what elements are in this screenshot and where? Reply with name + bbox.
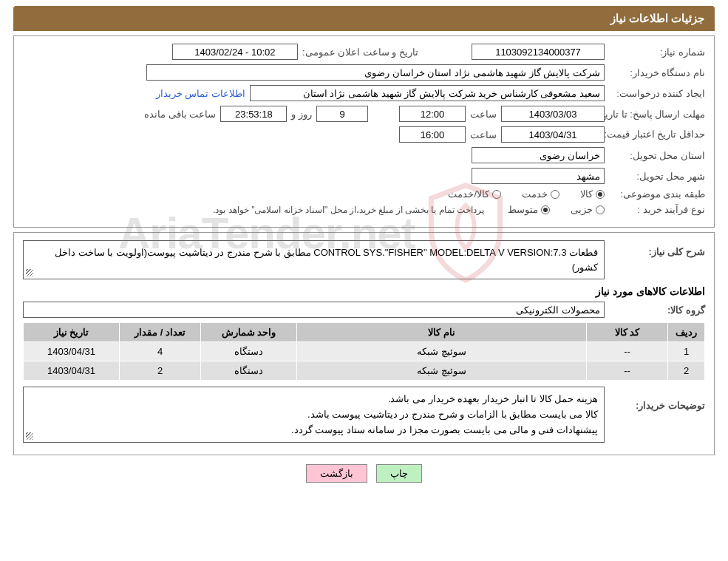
- radio-goods[interactable]: [596, 190, 605, 199]
- field-days-left: 9: [316, 106, 368, 122]
- table-cell: 2: [120, 361, 201, 381]
- table-cell: --: [587, 342, 668, 361]
- table-cell: 1403/04/31: [24, 342, 120, 361]
- table-cell: دستگاه: [201, 342, 297, 361]
- label-hour-2: ساعت: [470, 129, 497, 140]
- radio-goods-service[interactable]: [492, 190, 501, 199]
- purchase-note: پرداخت تمام یا بخشی از مبلغ خرید،از محل …: [213, 205, 484, 215]
- topic-class-radios: کالا خدمت کالا/خدمت: [448, 188, 605, 200]
- table-row: 1--سوئیچ شبکهدستگاه41403/04/31: [24, 342, 705, 361]
- resize-handle-icon[interactable]: [26, 269, 33, 276]
- label-price-validity: حداقل تاریخ اعتبار قیمت: تا تاریخ:: [609, 129, 705, 140]
- th-name: نام کالا: [297, 323, 587, 342]
- table-row: 2--سوئیچ شبکهدستگاه21403/04/31: [24, 361, 705, 381]
- field-price-hour: 16:00: [399, 126, 466, 143]
- label-buyer-org: نام دستگاه خریدار:: [609, 67, 705, 78]
- main-info-box: شماره نیاز: 1103092134000377 تاریخ و ساع…: [13, 35, 715, 228]
- table-cell: 2: [668, 361, 705, 381]
- th-qty: تعداد / مقدار: [120, 323, 201, 342]
- field-price-date: 1403/04/31: [501, 126, 605, 143]
- label-partial: جزیی: [571, 204, 593, 215]
- page-title: جزئیات اطلاعات نیاز: [13, 6, 715, 31]
- label-medium: متوسط: [508, 204, 538, 215]
- label-goods-group: گروه کالا:: [609, 305, 705, 316]
- label-reply-deadline: مهلت ارسال پاسخ: تا تاریخ:: [609, 109, 705, 120]
- label-hours-left: ساعت باقی مانده: [144, 109, 216, 120]
- radio-medium[interactable]: [541, 205, 550, 214]
- field-buyer-notes: هزینه حمل کالا تا انبار خریدار بعهده خری…: [23, 387, 605, 443]
- field-reply-date: 1403/03/03: [501, 106, 605, 122]
- table-cell: 1403/04/31: [24, 361, 120, 381]
- field-reply-hour: 12:00: [399, 106, 466, 122]
- table-cell: 4: [120, 342, 201, 361]
- label-city: شهر محل تحویل:: [609, 171, 705, 182]
- field-goods-group: محصولات الکترونیکی: [23, 302, 605, 318]
- label-public-announce: تاریخ و ساعت اعلان عمومی:: [302, 47, 418, 58]
- field-time-left: 23:53:18: [220, 106, 287, 122]
- label-goods: کالا: [580, 188, 593, 200]
- field-requester: سعید مشعوفی کارشناس خرید شرکت پالایش گاز…: [250, 85, 605, 101]
- label-purchase-type: نوع فرآیند خرید :: [609, 204, 705, 215]
- th-unit: واحد شمارش: [201, 323, 297, 342]
- field-province: خراسان رضوی: [472, 147, 605, 163]
- resize-handle-icon[interactable]: [26, 432, 33, 440]
- field-need-desc: قطعات CONTROL SYS."FISHER" MODEL:DELTA V…: [23, 240, 605, 279]
- radio-service[interactable]: [551, 190, 559, 199]
- items-info-title: اطلاعات کالاهای مورد نیاز: [23, 285, 705, 297]
- th-need-date: تاریخ نیاز: [24, 323, 120, 342]
- table-cell: 1: [668, 342, 705, 361]
- th-row: ردیف: [668, 323, 705, 342]
- label-days-and: روز و: [291, 109, 312, 120]
- label-buyer-notes: توضیحات خریدار:: [609, 387, 705, 411]
- label-need-desc: شرح کلی نیاز:: [609, 240, 705, 257]
- table-cell: سوئیچ شبکه: [297, 361, 587, 381]
- radio-partial[interactable]: [596, 205, 605, 214]
- label-service: خدمت: [522, 188, 548, 200]
- field-public-announce: 1403/02/24 - 10:02: [172, 44, 298, 60]
- back-button[interactable]: بازگشت: [306, 464, 367, 483]
- field-city: مشهد: [472, 168, 605, 184]
- table-cell: سوئیچ شبکه: [297, 342, 587, 361]
- label-province: استان محل تحویل:: [609, 150, 705, 161]
- buyer-contact-link[interactable]: اطلاعات تماس خریدار: [156, 88, 245, 99]
- label-goods-service: کالا/خدمت: [448, 188, 489, 200]
- label-hour-1: ساعت: [470, 109, 497, 120]
- items-table: ردیف کد کالا نام کالا واحد شمارش تعداد /…: [23, 322, 705, 381]
- label-topic-class: طبقه بندی موضوعی:: [609, 188, 705, 200]
- details-box: شرح کلی نیاز: قطعات CONTROL SYS."FISHER"…: [13, 232, 715, 455]
- table-cell: --: [587, 361, 668, 381]
- table-cell: دستگاه: [201, 361, 297, 381]
- field-buyer-org: شرکت پالایش گاز شهید هاشمی نژاد استان خر…: [146, 64, 605, 81]
- label-need-no: شماره نیاز:: [609, 47, 705, 58]
- print-button[interactable]: چاپ: [376, 464, 422, 483]
- field-need-no: 1103092134000377: [472, 44, 605, 60]
- th-code: کد کالا: [587, 323, 668, 342]
- purchase-type-radios: جزیی متوسط: [508, 204, 605, 215]
- label-requester: ایجاد کننده درخواست:: [609, 88, 705, 99]
